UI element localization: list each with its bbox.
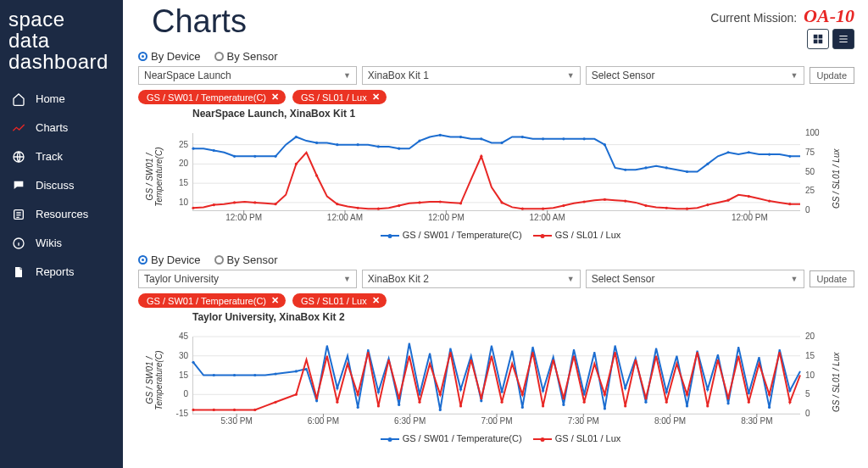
svg-text:6:00 PM: 6:00 PM bbox=[308, 416, 339, 426]
svg-point-121 bbox=[233, 374, 236, 376]
svg-text:8:30 PM: 8:30 PM bbox=[741, 416, 772, 426]
view-list-button[interactable] bbox=[832, 29, 854, 49]
svg-point-164 bbox=[500, 401, 503, 404]
svg-point-148 bbox=[788, 389, 791, 392]
svg-point-162 bbox=[459, 404, 462, 407]
svg-point-168 bbox=[583, 401, 586, 404]
legend-item: GS / SL01 / Lux bbox=[525, 230, 621, 240]
radio-by-device[interactable]: By Device bbox=[138, 254, 201, 266]
svg-point-47 bbox=[542, 137, 544, 140]
pill-remove-icon[interactable]: ✕ bbox=[372, 92, 380, 103]
sidebar-item-resources[interactable]: Resources bbox=[0, 200, 123, 229]
radio-by-sensor[interactable]: By Sensor bbox=[214, 50, 278, 63]
sidebar-item-track[interactable]: Track bbox=[0, 142, 123, 171]
select-sensor[interactable]: Select Sensor ▼ bbox=[586, 270, 804, 288]
select-value: NearSpace Launch bbox=[144, 70, 231, 81]
svg-point-36 bbox=[315, 142, 318, 144]
legend-label: GS / SW01 / Temperature(C) bbox=[403, 230, 522, 240]
svg-point-166 bbox=[542, 404, 544, 407]
chart-title: Taylor University, XinaBox Kit 2 bbox=[192, 311, 854, 323]
svg-text:30: 30 bbox=[179, 351, 189, 360]
sidebar-item-home[interactable]: Home bbox=[0, 85, 123, 114]
svg-text:5: 5 bbox=[805, 389, 810, 398]
legend-label: GS / SL01 / Lux bbox=[555, 230, 621, 240]
sidebar-item-wikis[interactable]: Wikis bbox=[0, 229, 123, 258]
svg-point-171 bbox=[644, 397, 647, 399]
selects-row: NearSpace Launch ▼ XinaBox Kit 1 ▼ Selec… bbox=[138, 66, 854, 85]
logo-line: space bbox=[8, 8, 114, 30]
update-button[interactable]: Update bbox=[810, 67, 854, 84]
radio-by-device[interactable]: By Device bbox=[138, 50, 201, 63]
select-value: Taylor University bbox=[144, 273, 219, 285]
svg-point-156 bbox=[336, 401, 338, 404]
discuss-icon bbox=[12, 179, 25, 192]
pill-remove-icon[interactable]: ✕ bbox=[271, 295, 279, 306]
sidebar-item-reports[interactable]: Reports bbox=[0, 258, 123, 287]
pill-remove-icon[interactable]: ✕ bbox=[372, 295, 380, 306]
pill-label: GS / SL01 / Lux bbox=[301, 92, 367, 103]
svg-point-33 bbox=[253, 155, 256, 158]
select-device[interactable]: XinaBox Kit 2 ▼ bbox=[362, 270, 581, 288]
select-value: XinaBox Kit 2 bbox=[368, 273, 429, 285]
svg-point-76 bbox=[521, 208, 524, 210]
svg-text:45: 45 bbox=[179, 332, 189, 341]
svg-rect-3 bbox=[814, 35, 818, 39]
select-device[interactable]: XinaBox Kit 1 ▼ bbox=[362, 66, 581, 85]
select-value: Select Sensor bbox=[592, 273, 655, 285]
select-sensor[interactable]: Select Sensor ▼ bbox=[586, 66, 804, 85]
view-switch bbox=[807, 29, 854, 49]
legend-label: GS / SW01 / Temperature(C) bbox=[403, 433, 522, 443]
svg-point-150 bbox=[213, 409, 215, 411]
chevron-down-icon: ▼ bbox=[567, 275, 575, 283]
svg-point-59 bbox=[788, 155, 791, 158]
filter-mode-row: By Device By Sensor bbox=[138, 50, 854, 63]
svg-point-151 bbox=[233, 409, 236, 411]
svg-point-78 bbox=[562, 204, 565, 207]
svg-point-44 bbox=[480, 137, 482, 140]
reports-icon bbox=[12, 265, 25, 279]
svg-text:7:30 PM: 7:30 PM bbox=[568, 416, 599, 426]
svg-text:20: 20 bbox=[179, 159, 189, 168]
chart-plot[interactable]: 10152025025507510012:00 PM12:00 AM12:00 … bbox=[192, 133, 800, 211]
filter-mode-row: By Device By Sensor bbox=[138, 254, 854, 266]
view-grid-button[interactable] bbox=[807, 29, 829, 49]
svg-point-55 bbox=[706, 163, 709, 165]
sidebar-item-discuss[interactable]: Discuss bbox=[0, 171, 123, 200]
select-source[interactable]: Taylor University ▼ bbox=[138, 270, 357, 288]
svg-point-122 bbox=[253, 374, 256, 376]
svg-point-175 bbox=[726, 397, 729, 399]
svg-text:6:30 PM: 6:30 PM bbox=[394, 416, 426, 426]
svg-point-45 bbox=[500, 142, 503, 144]
svg-point-63 bbox=[253, 201, 256, 203]
svg-point-87 bbox=[748, 195, 750, 198]
svg-point-37 bbox=[336, 143, 338, 146]
radio-by-sensor[interactable]: By Sensor bbox=[214, 254, 278, 266]
svg-text:0: 0 bbox=[183, 389, 188, 398]
selects-row: Taylor University ▼ XinaBox Kit 2 ▼ Sele… bbox=[138, 270, 854, 288]
svg-point-70 bbox=[398, 204, 400, 207]
svg-point-142 bbox=[665, 391, 668, 393]
svg-point-48 bbox=[562, 137, 565, 140]
current-mission: Current Mission: OA-10 bbox=[710, 5, 854, 27]
chart-title: NearSpace Launch, XinaBox Kit 1 bbox=[192, 108, 854, 120]
svg-rect-5 bbox=[814, 40, 818, 44]
svg-point-154 bbox=[295, 393, 298, 396]
svg-point-71 bbox=[418, 201, 420, 203]
sidebar-item-charts[interactable]: Charts bbox=[0, 114, 123, 142]
chart-plot[interactable]: -150153045051015205:30 PM6:00 PM6:30 PM7… bbox=[192, 337, 800, 415]
svg-point-39 bbox=[377, 145, 380, 148]
svg-point-81 bbox=[624, 199, 626, 202]
svg-text:12:00 PM: 12:00 PM bbox=[732, 213, 768, 222]
update-button[interactable]: Update bbox=[810, 270, 854, 287]
svg-point-135 bbox=[521, 406, 524, 409]
svg-point-120 bbox=[213, 374, 215, 376]
svg-text:50: 50 bbox=[805, 167, 815, 176]
svg-point-46 bbox=[521, 136, 524, 138]
svg-text:7:00 PM: 7:00 PM bbox=[481, 416, 512, 426]
chevron-down-icon: ▼ bbox=[567, 71, 575, 80]
app-logo: space data dashboard bbox=[0, 8, 123, 85]
pill-label: GS / SL01 / Lux bbox=[301, 296, 367, 306]
svg-point-32 bbox=[233, 155, 236, 158]
pill-remove-icon[interactable]: ✕ bbox=[271, 92, 279, 103]
select-source[interactable]: NearSpace Launch ▼ bbox=[138, 66, 357, 85]
